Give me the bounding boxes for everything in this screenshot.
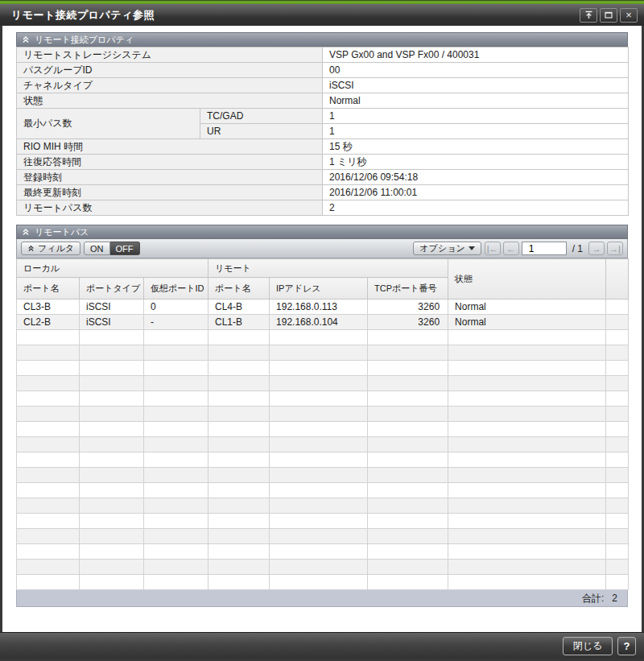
cell-empty xyxy=(270,437,368,452)
cell-empty xyxy=(270,575,368,590)
filter-label: フィルタ xyxy=(38,242,74,254)
cell-empty xyxy=(208,422,270,437)
empty-row xyxy=(17,544,629,560)
header-spacer xyxy=(606,259,629,300)
cell-empty xyxy=(448,376,606,391)
property-label: チャネルタイプ xyxy=(17,78,323,93)
cell-empty xyxy=(448,483,606,498)
cell-empty xyxy=(80,468,144,483)
property-value: 2016/12/06 09:54:18 xyxy=(323,170,629,185)
empty-row xyxy=(17,422,629,437)
property-value: 15 秒 xyxy=(323,139,629,155)
cell-empty xyxy=(270,483,368,498)
cell-empty xyxy=(144,483,208,498)
title-bar: リモート接続プロパティ参照 × xyxy=(0,4,644,26)
filter-off-button[interactable]: OFF xyxy=(110,242,140,255)
column-header-status[interactable]: 状態 xyxy=(448,259,606,300)
cell-empty xyxy=(368,422,448,437)
cell-empty xyxy=(448,407,606,422)
cell-ip-address: 192.168.0.113 xyxy=(270,300,368,315)
cell-empty xyxy=(270,514,368,529)
maximize-button[interactable] xyxy=(600,8,617,23)
cell-empty xyxy=(270,345,368,361)
cell-empty xyxy=(448,468,606,483)
cell-empty xyxy=(448,514,606,529)
next-page-button[interactable]: → xyxy=(588,242,605,255)
filter-chevrons-icon xyxy=(27,245,35,252)
property-value: 1 xyxy=(323,109,629,124)
cell-empty xyxy=(144,529,208,544)
close-button[interactable]: 閉じる xyxy=(563,637,613,655)
section-header-connection-properties[interactable]: リモート接続プロパティ xyxy=(16,32,628,47)
cell-empty xyxy=(80,407,144,422)
cell-empty xyxy=(144,391,208,407)
column-header-ip-address[interactable]: IPアドレス xyxy=(270,278,368,300)
cell-empty xyxy=(606,560,629,575)
property-row: 登録時刻2016/12/06 09:54:18 xyxy=(17,170,629,185)
cell-empty xyxy=(270,361,368,376)
cell-empty xyxy=(606,544,629,560)
cell-empty xyxy=(448,529,606,544)
property-value: 1 xyxy=(323,124,629,139)
cell-empty xyxy=(80,361,144,376)
page-number-input[interactable] xyxy=(522,242,567,255)
total-label: 合計: xyxy=(582,592,604,605)
close-window-button[interactable]: × xyxy=(620,8,638,23)
cell-empty xyxy=(17,345,80,361)
property-row: リモートパス数2 xyxy=(17,200,629,216)
cell-empty xyxy=(606,407,629,422)
column-header-local-port-type[interactable]: ポートタイプ xyxy=(80,278,144,300)
pin-window-icon xyxy=(584,10,593,19)
cell-empty xyxy=(606,422,629,437)
cell-empty xyxy=(270,407,368,422)
cell-empty xyxy=(208,560,270,575)
filter-on-button[interactable]: ON xyxy=(84,242,110,255)
next-page-icon: → xyxy=(592,244,601,254)
column-header-tcp-port[interactable]: TCPポート番号 xyxy=(368,278,448,300)
table-footer: 合計: 2 xyxy=(16,590,628,607)
column-header-virtual-port-id[interactable]: 仮想ポートID xyxy=(144,278,208,300)
cell-empty xyxy=(144,452,208,468)
property-label: リモートパス数 xyxy=(17,200,323,216)
remote-paths-table: ローカル リモート 状態 ポート名 ポートタイプ 仮想ポートID ポート名 IP… xyxy=(16,258,629,590)
cell-empty xyxy=(448,437,606,452)
cell-empty xyxy=(17,452,80,468)
cell-empty xyxy=(80,452,144,468)
help-button[interactable]: ? xyxy=(617,637,636,655)
cell-empty xyxy=(368,391,448,407)
cell-empty xyxy=(144,437,208,452)
cell-empty xyxy=(606,376,629,391)
last-page-button[interactable]: →| xyxy=(607,242,623,255)
cell-empty xyxy=(270,376,368,391)
filter-button[interactable]: フィルタ xyxy=(21,242,80,255)
column-header-local-port-name[interactable]: ポート名 xyxy=(17,278,80,300)
cell-empty xyxy=(448,361,606,376)
cell-empty xyxy=(144,544,208,560)
cell-virtual-port-id: - xyxy=(144,315,208,330)
cell-empty xyxy=(208,376,270,391)
remote-path-row[interactable]: CL3-BiSCSI0CL4-B192.168.0.1133260Normal xyxy=(17,300,629,315)
cell-empty xyxy=(17,422,80,437)
cell-empty xyxy=(80,376,144,391)
cell-empty xyxy=(606,529,629,544)
first-page-button[interactable]: |← xyxy=(485,242,501,255)
on-label: ON xyxy=(90,244,104,254)
cell-empty xyxy=(208,529,270,544)
pin-window-button[interactable] xyxy=(580,8,597,23)
prev-page-button[interactable]: ← xyxy=(503,242,519,255)
cell-empty xyxy=(606,483,629,498)
cell-empty xyxy=(208,514,270,529)
options-button[interactable]: オプション xyxy=(413,242,481,255)
property-value: 1 ミリ秒 xyxy=(323,155,629,170)
cell-empty xyxy=(606,575,629,590)
cell-empty xyxy=(448,544,606,560)
cell-empty xyxy=(80,498,144,514)
cell-empty xyxy=(368,361,448,376)
column-header-remote-port-name[interactable]: ポート名 xyxy=(208,278,270,300)
remote-path-row[interactable]: CL2-BiSCSI-CL1-B192.168.0.1043260Normal xyxy=(17,315,629,330)
cell-empty xyxy=(17,560,80,575)
close-icon: × xyxy=(625,10,632,20)
cell-empty xyxy=(17,575,80,590)
property-label: リモートストレージシステム xyxy=(17,48,323,63)
section-header-remote-paths[interactable]: リモートパス xyxy=(16,225,628,239)
